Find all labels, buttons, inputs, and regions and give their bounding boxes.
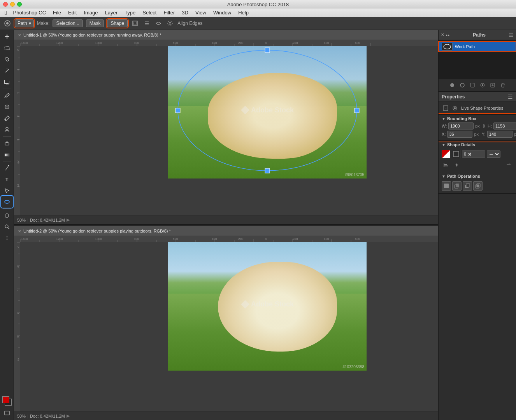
fill-path-icon[interactable] [448, 81, 456, 89]
minimize-button[interactable] [10, 2, 15, 7]
doc-2-close-icon[interactable]: ✕ [18, 229, 21, 233]
tool-marquee[interactable] [2, 43, 12, 54]
path-mode-dropdown[interactable]: Path ▾ [15, 19, 34, 27]
bounding-box-label: Bounding Box [447, 116, 476, 121]
settings-icon[interactable] [166, 19, 174, 28]
svg-text:1000: 1000 [95, 41, 102, 45]
traffic-lights [3, 2, 22, 7]
document-2-tab[interactable]: ✕ Untitled-2 @ 50% (Young golden retriev… [14, 226, 438, 236]
stroke-width-input[interactable] [462, 150, 485, 158]
brush-preset-icon[interactable] [3, 19, 12, 28]
paths-panel-menu-icon[interactable]: ☰ [509, 32, 514, 38]
align-left-icon[interactable] [442, 161, 450, 169]
tool-more[interactable] [2, 233, 12, 243]
tool-magic-wand[interactable] [2, 65, 12, 76]
tool-crop[interactable] [2, 77, 12, 88]
paths-expand-icon[interactable]: ▸▸ [446, 33, 450, 37]
paths-panel-x-icon[interactable]: ✕ [441, 32, 444, 37]
document-1-pane: ✕ Untitled-1 @ 50% (Young golden retriev… [14, 30, 438, 225]
shape-button[interactable]: Shape [107, 19, 128, 27]
menu-layer[interactable]: Layer [102, 9, 121, 16]
stroke-type-select[interactable]: —— - - ··· [487, 150, 500, 158]
document-1-tab[interactable]: ✕ Untitled-1 @ 50% (Young golden retriev… [14, 30, 438, 40]
y-input[interactable] [487, 131, 512, 138]
tool-zoom[interactable] [2, 221, 12, 232]
transform-icon[interactable] [131, 19, 139, 28]
mask-button[interactable]: Mask [86, 19, 104, 27]
tool-screen-mode[interactable] [2, 408, 12, 418]
color-swatches[interactable] [2, 396, 12, 406]
tool-ellipse[interactable] [2, 196, 12, 207]
apple-menu[interactable]:  [2, 9, 9, 16]
align-edges-label: Align Edges [177, 21, 202, 26]
path-ops-header[interactable]: ▼ Path Operations [442, 174, 513, 178]
shape-details-header[interactable]: ▼ Shape Details [442, 142, 513, 147]
tool-path-selection[interactable] [2, 185, 12, 196]
tool-hand[interactable] [2, 210, 12, 221]
path-op-add[interactable] [452, 181, 462, 191]
status-arrow-1[interactable]: ▶ [67, 217, 70, 222]
width-input[interactable] [448, 122, 474, 130]
maximize-button[interactable] [17, 2, 22, 7]
tool-lasso[interactable] [2, 54, 12, 65]
menu-photoshop[interactable]: Photoshop CC [10, 9, 49, 16]
flip-icon[interactable] [453, 161, 461, 169]
foreground-color-swatch[interactable] [2, 396, 9, 403]
svg-rect-149 [443, 106, 448, 110]
menu-filter[interactable]: Filter [160, 9, 178, 16]
work-path-item[interactable]: Work Path [439, 42, 516, 52]
svg-text:0: 0 [16, 247, 19, 248]
tool-healing[interactable] [2, 102, 12, 112]
tool-eraser[interactable] [2, 138, 12, 149]
link-wh-icon[interactable] [481, 123, 486, 129]
menu-help[interactable]: Help [235, 9, 252, 16]
menu-type[interactable]: Type [121, 9, 139, 16]
svg-rect-169 [477, 185, 479, 187]
svg-line-24 [8, 228, 9, 229]
close-button[interactable] [3, 2, 8, 7]
menu-edit[interactable]: Edit [65, 9, 80, 16]
path-op-intersect[interactable] [473, 181, 483, 191]
stroke-path-icon[interactable] [458, 81, 467, 89]
path-op-subtract[interactable] [463, 181, 472, 191]
more-stroke-icon[interactable] [504, 161, 513, 169]
menu-view[interactable]: View [192, 9, 209, 16]
delete-path-icon[interactable] [498, 81, 507, 89]
status-arrow-2[interactable]: ▶ [67, 413, 70, 418]
align-icon[interactable] [142, 19, 151, 28]
make-mask-icon[interactable] [478, 81, 487, 89]
tool-eyedropper[interactable] [2, 90, 12, 101]
properties-menu-icon[interactable]: ☰ [508, 94, 513, 100]
menu-file[interactable]: File [50, 9, 64, 16]
w-label: W: [442, 124, 447, 128]
svg-text:1000: 1000 [95, 237, 102, 241]
menu-window[interactable]: Window [210, 9, 234, 16]
menu-3d[interactable]: 3D [179, 9, 191, 16]
height-input[interactable] [493, 122, 516, 130]
canvas-area: ✕ Untitled-1 @ 50% (Young golden retriev… [14, 30, 438, 420]
selection-button[interactable]: Selection... [53, 19, 82, 27]
tool-text[interactable]: T [2, 174, 12, 185]
tool-clone[interactable] [2, 124, 12, 135]
make-label: Make: [37, 21, 50, 26]
tool-brush[interactable] [2, 113, 12, 124]
tool-move[interactable] [2, 32, 12, 42]
svg-rect-158 [444, 165, 448, 166]
bounding-box-header[interactable]: ▼ Bounding Box [442, 116, 513, 121]
fill-swatch[interactable] [442, 150, 450, 158]
path-to-selection-icon[interactable] [468, 81, 477, 89]
tool-pen[interactable] [2, 163, 12, 173]
warp-icon[interactable] [154, 19, 163, 28]
menu-select[interactable]: Select [139, 9, 160, 16]
new-path-icon[interactable] [488, 81, 497, 89]
doc-1-close-icon[interactable]: ✕ [18, 33, 21, 37]
svg-text:600: 600 [173, 237, 178, 241]
bounding-box-arrow-icon: ▼ [442, 117, 446, 121]
path-op-new[interactable] [442, 181, 451, 191]
menu-image[interactable]: Image [81, 9, 101, 16]
appearance-prop-icon[interactable] [451, 104, 459, 112]
x-input[interactable] [447, 131, 472, 138]
tool-gradient[interactable] [2, 149, 12, 160]
transform-prop-icon[interactable] [442, 104, 449, 112]
stroke-swatch[interactable] [452, 150, 460, 158]
